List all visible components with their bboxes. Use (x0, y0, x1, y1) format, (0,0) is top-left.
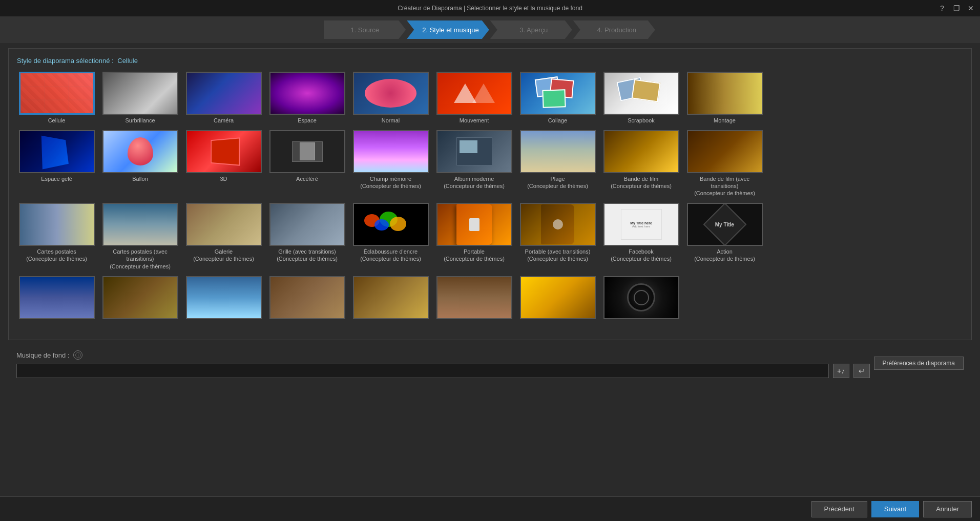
music-label: Musique de fond : ⓘ (16, 350, 964, 360)
style-label-bande: Bande de film(Concepteur de thèmes) (611, 175, 672, 190)
style-item-row4g[interactable] (518, 276, 597, 323)
style-item-row4a[interactable] (17, 276, 96, 323)
style-item-row4d[interactable] (267, 276, 347, 323)
prefs-button[interactable]: Préférences de diaporama (874, 357, 964, 370)
style-item-surbrillance[interactable]: Surbrillance (100, 72, 180, 126)
remove-music-button[interactable]: ↩ (853, 364, 870, 378)
style-thumb-portable (436, 203, 512, 246)
style-label-action: Action(Concepteur de thèmes) (694, 248, 755, 263)
style-thumb-action: My Title (687, 203, 763, 246)
style-item-espgele[interactable]: Espace gelé (17, 130, 96, 199)
style-label-3d: 3D (220, 175, 227, 182)
selected-style-label: Style de diaporama sélectionné : Cellule (17, 57, 963, 65)
window-title: Créateur de Diaporama | Sélectionner le … (398, 5, 582, 12)
style-thumb-album (436, 130, 512, 173)
style-label-montage: Montage (714, 117, 736, 124)
style-item-action[interactable]: My Title Action(Concepteur de thèmes) (685, 203, 764, 272)
style-thumb-montage (687, 72, 763, 115)
style-item-mouvement[interactable]: Mouvement (434, 72, 514, 126)
style-label-surbrillance: Surbrillance (125, 117, 155, 124)
style-thumb-surbrillance (102, 72, 178, 115)
style-item-bande[interactable]: Bande de film(Concepteur de thèmes) (601, 130, 681, 199)
style-thumb-portablet (520, 203, 596, 246)
style-item-row4e[interactable] (351, 276, 430, 323)
style-label-mouvement: Mouvement (460, 117, 489, 124)
style-thumb-bandett (687, 130, 763, 173)
style-item-collage[interactable]: Collage (518, 72, 597, 126)
style-label-cartes: Cartes postales(Concepteur de thèmes) (26, 248, 87, 263)
style-label-facebook: Facebook(Concepteur de thèmes) (611, 248, 672, 263)
style-item-espace[interactable]: Espace (267, 72, 347, 126)
style-item-champ[interactable]: Champ mémoire(Concepteur de thèmes) (351, 130, 430, 199)
label-text: Style de diaporama sélectionné : (17, 57, 114, 65)
prev-button[interactable]: Précédent (811, 501, 867, 517)
close-button[interactable]: ✕ (966, 3, 976, 13)
step-style-label: 2. Style et musique (422, 26, 479, 34)
style-item-scrapbook[interactable]: Scrapbook (601, 72, 681, 126)
add-music-button[interactable]: +♪ (833, 364, 849, 378)
style-item-row4f[interactable] (434, 276, 514, 323)
wizard-steps: 1. Source 2. Style et musique 3. Aperçu … (0, 16, 980, 43)
style-label-grille: Grille (avec transitions)(Concepteur de … (277, 248, 338, 263)
style-item-normal[interactable]: Normal (351, 72, 430, 126)
style-thumb-cartest (102, 203, 178, 246)
style-item-plage[interactable]: Plage(Concepteur de thèmes) (518, 130, 597, 199)
style-thumb-normal (353, 72, 429, 115)
help-button[interactable]: ? (937, 3, 947, 13)
style-item-facebook[interactable]: My Title here Add text here Facebook(Con… (601, 203, 681, 272)
style-item-3d[interactable]: 3D (184, 130, 263, 199)
step-apercu[interactable]: 3. Aperçu (490, 20, 572, 39)
style-item-portable[interactable]: Portable(Concepteur de thèmes) (434, 203, 514, 272)
style-thumb-row4b (102, 276, 178, 319)
style-item-montage[interactable]: Montage (685, 72, 764, 126)
style-item-grille[interactable]: Grille (avec transitions)(Concepteur de … (267, 203, 347, 272)
style-item-camera[interactable]: Caméra (184, 72, 263, 126)
style-label-champ: Champ mémoire(Concepteur de thèmes) (360, 175, 421, 190)
style-item-cellule[interactable]: Cellule (17, 72, 96, 126)
style-label-cellule: Cellule (48, 117, 66, 124)
next-button[interactable]: Suivant (871, 501, 919, 517)
window-controls: ? ❐ ✕ (937, 3, 976, 13)
music-section: Musique de fond : ⓘ +♪ ↩ Préférences de … (8, 345, 972, 383)
style-item-ballon[interactable]: Ballon (100, 130, 180, 199)
style-label-scrapbook: Scrapbook (628, 117, 655, 124)
cancel-button[interactable]: Annuler (923, 501, 972, 517)
style-thumb-galerie (186, 203, 262, 246)
style-item-cartest[interactable]: Cartes postales (avec transitions)(Conce… (100, 203, 180, 272)
style-thumb-facebook: My Title here Add text here (603, 203, 679, 246)
music-input[interactable] (16, 364, 829, 378)
style-thumb-cellule (19, 72, 95, 115)
style-item-encre[interactable]: Éclaboussure d'encre(Concepteur de thème… (351, 203, 430, 272)
info-icon[interactable]: ⓘ (73, 350, 82, 360)
style-label-espgele: Espace gelé (41, 175, 72, 182)
style-label-galerie: Galerie(Concepteur de thèmes) (193, 248, 254, 263)
style-label-bandett: Bande de film (avec transitions)(Concept… (687, 175, 763, 197)
style-thumb-grille (269, 203, 345, 246)
selected-style-value: Cellule (117, 57, 138, 65)
style-thumb-row4f (436, 276, 512, 319)
style-item-galerie[interactable]: Galerie(Concepteur de thèmes) (184, 203, 263, 272)
style-item-portablet[interactable]: Portable (avec transitions)(Concepteur d… (518, 203, 597, 272)
style-label-album: Album moderne(Concepteur de thèmes) (444, 175, 505, 190)
style-item-cartes[interactable]: Cartes postales(Concepteur de thèmes) (17, 203, 96, 272)
style-thumb-espgele (19, 130, 95, 173)
step-production[interactable]: 4. Production (573, 20, 655, 39)
style-thumb-3d (186, 130, 262, 173)
style-thumb-scrapbook (603, 72, 679, 115)
style-label-encre: Éclaboussure d'encre(Concepteur de thème… (360, 248, 421, 263)
style-item-bandett[interactable]: Bande de film (avec transitions)(Concept… (685, 130, 764, 199)
style-thumb-row4e (353, 276, 429, 319)
my-title-card: My Title here Add text here (621, 209, 662, 240)
step-source[interactable]: 1. Source (324, 20, 406, 39)
style-item-album[interactable]: Album moderne(Concepteur de thèmes) (434, 130, 514, 199)
style-item-row4c[interactable] (184, 276, 263, 323)
style-thumb-ballon (102, 130, 178, 173)
resize-button[interactable]: ❐ (951, 3, 962, 13)
style-item-row4b[interactable] (100, 276, 180, 323)
style-item-row4h[interactable] (601, 276, 681, 323)
style-thumb-row4h (603, 276, 679, 319)
step-style[interactable]: 2. Style et musique (407, 20, 489, 39)
style-item-accelere[interactable]: Accéléré (267, 130, 347, 199)
style-thumb-row4a (19, 276, 95, 319)
style-grid: Cellule Surbrillance Caméra (17, 72, 963, 323)
